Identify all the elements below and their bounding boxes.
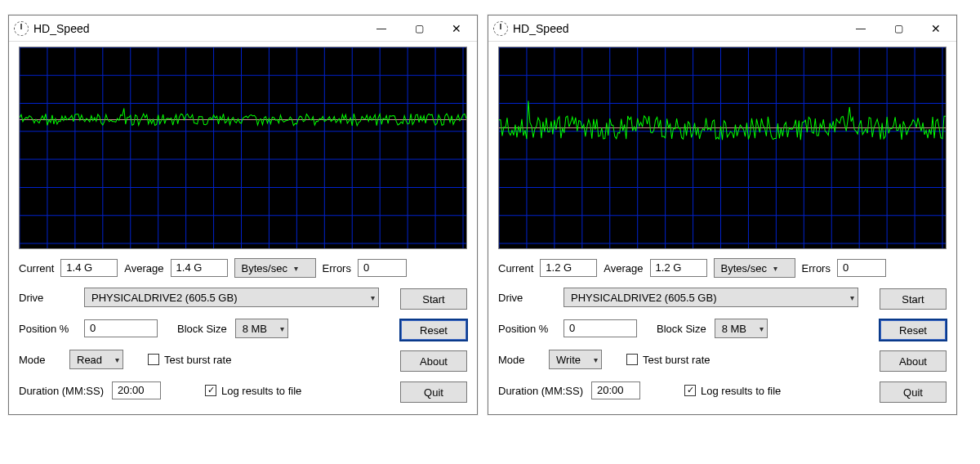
minimize-button[interactable]: — bbox=[363, 16, 400, 41]
start-button[interactable]: Start bbox=[400, 288, 467, 310]
maximize-button[interactable]: ▢ bbox=[400, 16, 438, 41]
reset-button[interactable]: Reset bbox=[880, 319, 947, 341]
hdspeed-window: HD_Speed — ▢ ✕ Current 1.2 G Average 1.2… bbox=[488, 15, 957, 415]
chevron-down-icon: ▾ bbox=[760, 324, 764, 333]
chevron-down-icon: ▾ bbox=[773, 264, 777, 273]
errors-value: 0 bbox=[358, 259, 407, 277]
unit-select[interactable]: Bytes/sec ▾ bbox=[234, 258, 316, 278]
position-input[interactable]: 0 bbox=[564, 319, 637, 337]
maximize-button[interactable]: ▢ bbox=[880, 16, 917, 41]
about-button[interactable]: About bbox=[400, 350, 467, 372]
window-title: HD_Speed bbox=[513, 22, 569, 35]
current-label: Current bbox=[498, 262, 533, 274]
close-button[interactable]: ✕ bbox=[917, 16, 955, 41]
block-size-label: Block Size bbox=[177, 323, 227, 335]
chevron-down-icon: ▾ bbox=[850, 293, 854, 302]
unit-select-value: Bytes/sec bbox=[721, 262, 767, 274]
titlebar[interactable]: HD_Speed — ▢ ✕ bbox=[9, 16, 477, 42]
mode-select-value: Write bbox=[556, 354, 581, 366]
average-label: Average bbox=[124, 262, 163, 274]
stats-row: Current 1.2 G Average 1.2 G Bytes/sec ▾ … bbox=[498, 257, 947, 279]
mode-select-value: Read bbox=[77, 354, 102, 366]
duration-label: Duration (MM:SS) bbox=[19, 385, 104, 397]
test-burst-rate-label: Test burst rate bbox=[164, 354, 231, 366]
log-results-checkbox[interactable] bbox=[205, 385, 216, 396]
chevron-down-icon: ▾ bbox=[280, 324, 284, 333]
position-label: Position % bbox=[498, 323, 555, 335]
log-results-checkbox[interactable] bbox=[684, 385, 696, 396]
start-button[interactable]: Start bbox=[880, 288, 947, 310]
throughput-graph bbox=[498, 47, 947, 249]
quit-button[interactable]: Quit bbox=[400, 381, 467, 403]
app-icon bbox=[14, 21, 29, 36]
mode-select[interactable]: Write ▾ bbox=[549, 350, 602, 369]
errors-label: Errors bbox=[802, 262, 831, 274]
chevron-down-icon: ▾ bbox=[294, 264, 298, 273]
drive-label: Drive bbox=[19, 292, 76, 304]
drive-select-value: PHYSICALDRIVE2 (605.5 GB) bbox=[91, 292, 237, 304]
current-value: 1.4 G bbox=[60, 259, 118, 277]
current-value: 1.2 G bbox=[540, 259, 597, 277]
chevron-down-icon: ▾ bbox=[594, 355, 598, 364]
block-size-select[interactable]: 8 MB ▾ bbox=[235, 319, 288, 338]
block-size-value: 8 MB bbox=[722, 323, 746, 335]
drive-select-value: PHYSICALDRIVE2 (605.5 GB) bbox=[571, 292, 716, 304]
hdspeed-window: HD_Speed — ▢ ✕ Current 1.4 G Average 1.4… bbox=[8, 15, 478, 415]
unit-select-value: Bytes/sec bbox=[242, 262, 287, 274]
duration-input[interactable]: 20:00 bbox=[112, 381, 161, 399]
errors-label: Errors bbox=[323, 262, 351, 274]
minimize-button[interactable]: — bbox=[842, 16, 880, 41]
app-icon bbox=[493, 21, 508, 36]
drive-select[interactable]: PHYSICALDRIVE2 (605.5 GB) ▾ bbox=[84, 288, 379, 307]
test-burst-rate-label: Test burst rate bbox=[643, 354, 710, 366]
titlebar[interactable]: HD_Speed — ▢ ✕ bbox=[488, 16, 956, 42]
position-label: Position % bbox=[19, 323, 76, 335]
position-input[interactable]: 0 bbox=[84, 319, 158, 337]
close-button[interactable]: ✕ bbox=[438, 16, 475, 41]
drive-label: Drive bbox=[498, 292, 555, 304]
average-value: 1.2 G bbox=[650, 259, 707, 277]
stats-row: Current 1.4 G Average 1.4 G Bytes/sec ▾ … bbox=[19, 257, 467, 279]
block-size-label: Block Size bbox=[657, 323, 706, 335]
mode-label: Mode bbox=[19, 354, 61, 366]
chevron-down-icon: ▾ bbox=[371, 293, 375, 302]
current-label: Current bbox=[19, 262, 54, 274]
reset-button[interactable]: Reset bbox=[400, 319, 467, 341]
unit-select[interactable]: Bytes/sec ▾ bbox=[714, 258, 795, 278]
block-size-value: 8 MB bbox=[243, 323, 267, 335]
quit-button[interactable]: Quit bbox=[880, 381, 947, 403]
average-label: Average bbox=[604, 262, 643, 274]
throughput-graph bbox=[19, 47, 467, 249]
about-button[interactable]: About bbox=[880, 350, 947, 372]
test-burst-rate-checkbox[interactable] bbox=[148, 354, 159, 365]
chevron-down-icon: ▾ bbox=[115, 355, 119, 364]
drive-select[interactable]: PHYSICALDRIVE2 (605.5 GB) ▾ bbox=[564, 288, 858, 307]
duration-label: Duration (MM:SS) bbox=[498, 385, 583, 397]
test-burst-rate-checkbox[interactable] bbox=[626, 354, 638, 365]
mode-label: Mode bbox=[498, 354, 541, 366]
mode-select[interactable]: Read ▾ bbox=[69, 350, 123, 369]
log-results-label: Log results to file bbox=[701, 385, 781, 397]
errors-value: 0 bbox=[837, 259, 886, 277]
log-results-label: Log results to file bbox=[221, 385, 301, 397]
block-size-select[interactable]: 8 MB ▾ bbox=[715, 319, 768, 338]
duration-input[interactable]: 20:00 bbox=[591, 381, 640, 399]
window-title: HD_Speed bbox=[33, 22, 90, 35]
average-value: 1.4 G bbox=[171, 259, 228, 277]
